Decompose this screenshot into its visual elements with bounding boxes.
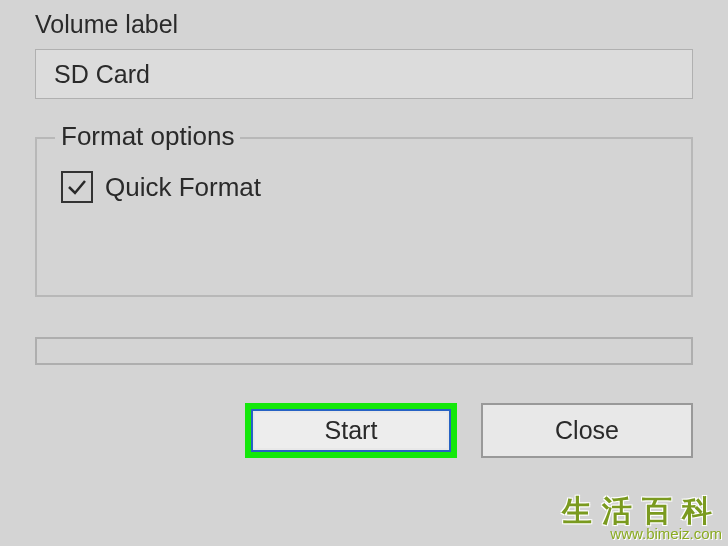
format-options-legend: Format options bbox=[55, 121, 240, 152]
checkmark-icon bbox=[65, 175, 89, 199]
format-progress-bar bbox=[35, 337, 693, 365]
format-options-group: Format options Quick Format bbox=[35, 137, 693, 297]
volume-label-heading: Volume label bbox=[35, 10, 693, 39]
quick-format-row: Quick Format bbox=[61, 171, 667, 203]
start-button[interactable]: Start bbox=[251, 409, 451, 452]
watermark-text-cn: 生活百科 bbox=[562, 495, 722, 527]
quick-format-checkbox[interactable] bbox=[61, 171, 93, 203]
start-button-highlight: Start bbox=[245, 403, 457, 458]
watermark-url: www.bimeiz.com bbox=[562, 526, 722, 542]
watermark: 生活百科 www.bimeiz.com bbox=[562, 495, 722, 542]
close-button[interactable]: Close bbox=[481, 403, 693, 458]
dialog-button-row: Start Close bbox=[35, 403, 693, 458]
quick-format-label[interactable]: Quick Format bbox=[105, 172, 261, 203]
volume-label-input[interactable] bbox=[35, 49, 693, 99]
